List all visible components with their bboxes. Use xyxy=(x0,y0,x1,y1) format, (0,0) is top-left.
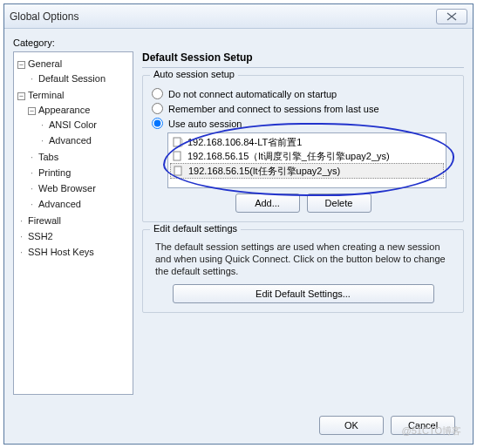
ok-button[interactable]: OK xyxy=(319,416,384,435)
divider xyxy=(142,67,464,68)
tree-general[interactable]: −General ·Default Session xyxy=(17,56,131,87)
list-item[interactable]: 192.168.56.15（lt调度引擎_任务引擎upay2_ys) xyxy=(170,149,444,163)
session-icon xyxy=(173,165,185,177)
close-button[interactable] xyxy=(436,9,467,24)
auto-session-group: Auto session setup Do not connect automa… xyxy=(142,75,464,222)
radio-remember[interactable]: Remember and connect to sessions from la… xyxy=(152,103,454,114)
collapse-icon[interactable]: − xyxy=(28,107,36,115)
tree-printing[interactable]: ·Printing xyxy=(28,165,131,180)
collapse-icon[interactable]: − xyxy=(17,92,25,100)
edit-default-group: Edit default settings The default sessio… xyxy=(142,229,464,313)
svg-rect-2 xyxy=(174,166,181,175)
radio-input[interactable] xyxy=(152,103,163,114)
list-item[interactable]: 192.168.106.84-LT省前置1 xyxy=(170,135,444,149)
tree-advanced-terminal[interactable]: ·Advanced xyxy=(28,196,131,212)
titlebar: Global Options xyxy=(4,4,473,29)
dialog-body: Category: −General ·Default Session −Ter… xyxy=(4,29,473,444)
tree-tabs[interactable]: ·Tabs xyxy=(28,149,131,165)
collapse-icon[interactable]: − xyxy=(17,61,25,69)
page-title: Default Session Setup xyxy=(142,51,464,64)
session-list[interactable]: 192.168.106.84-LT省前置1 192.168.56.15（lt调度… xyxy=(167,132,446,188)
add-button[interactable]: Add... xyxy=(235,193,300,213)
tree-default-session[interactable]: ·Default Session xyxy=(28,71,131,86)
radio-input[interactable] xyxy=(152,88,163,99)
auto-session-legend: Auto session setup xyxy=(150,69,238,79)
svg-rect-0 xyxy=(174,138,181,146)
tree-advanced-appearance[interactable]: ·Advanced xyxy=(38,132,131,148)
svg-rect-1 xyxy=(174,152,181,160)
cancel-button[interactable]: Cancel xyxy=(391,416,455,435)
right-pane: Default Session Setup Auto session setup… xyxy=(142,51,464,407)
tree-web-browser[interactable]: ·Web Browser xyxy=(28,180,131,196)
radio-input[interactable] xyxy=(152,118,163,129)
global-options-window: Global Options Category: −General ·Defau… xyxy=(3,3,474,445)
radio-do-not-connect[interactable]: Do not connect automatically on startup xyxy=(152,88,454,99)
category-label: Category: xyxy=(13,37,464,48)
edit-default-settings-button[interactable]: Edit Default Settings... xyxy=(173,284,434,303)
tree-firewall[interactable]: ·Firewall xyxy=(17,213,131,228)
category-tree[interactable]: −General ·Default Session −Terminal −App… xyxy=(13,51,133,395)
edit-default-legend: Edit default settings xyxy=(150,223,241,234)
close-icon xyxy=(446,12,458,21)
radio-use-auto[interactable]: Use auto session xyxy=(152,118,454,129)
tree-terminal[interactable]: −Terminal −Appearance ·ANSI Color ·Advan… xyxy=(17,87,131,213)
tree-appearance[interactable]: −Appearance ·ANSI Color ·Advanced xyxy=(28,102,131,149)
window-title: Global Options xyxy=(10,10,436,23)
tree-ssh2[interactable]: ·SSH2 xyxy=(17,228,131,244)
session-buttons: Add... Delete xyxy=(152,193,454,213)
edit-help-text: The default session settings are used wh… xyxy=(155,241,451,277)
dialog-footer: OK Cancel xyxy=(13,407,464,444)
list-item-selected[interactable]: 192.168.56.15(lt任务引擎upay2_ys) xyxy=(170,163,444,179)
tree-ansi-color[interactable]: ·ANSI Color xyxy=(38,117,131,132)
panes: −General ·Default Session −Terminal −App… xyxy=(13,51,464,407)
session-icon xyxy=(172,136,184,148)
tree-ssh-host-keys[interactable]: ·SSH Host Keys xyxy=(17,244,131,260)
session-icon xyxy=(172,150,184,162)
delete-button[interactable]: Delete xyxy=(307,193,371,213)
